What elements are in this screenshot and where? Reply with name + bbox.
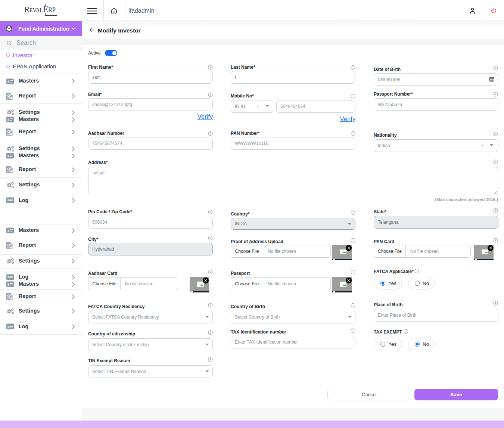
- svg-text:ERP: ERP: [7, 325, 13, 328]
- svg-text:$: $: [7, 80, 9, 84]
- svg-text:$: $: [7, 283, 9, 286]
- svg-text:$: $: [7, 154, 9, 158]
- svg-text:ERP: ERP: [7, 276, 13, 279]
- svg-text:$: $: [7, 118, 9, 122]
- svg-text:$: $: [7, 229, 9, 233]
- svg-text:ERP: ERP: [7, 199, 13, 202]
